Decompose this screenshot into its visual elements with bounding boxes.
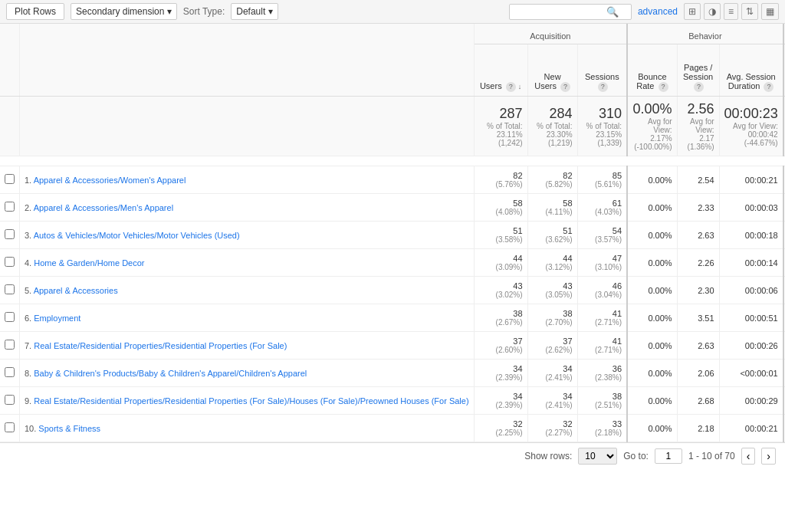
row-pages-session: 2.33 — [677, 194, 719, 222]
row-new-users: 44(3.12%) — [527, 249, 577, 277]
col-users: Users ? ↓ — [474, 44, 527, 97]
row-checkbox-cell — [0, 194, 20, 222]
row-segment-link[interactable]: Home & Garden/Home Decor — [34, 258, 144, 268]
row-checkbox[interactable] — [5, 367, 15, 377]
row-num: 9. Real Estate/Residential Properties/Re… — [20, 387, 475, 415]
row-avg-session: 00:00:06 — [719, 277, 783, 304]
header-segment-empty — [20, 24, 475, 97]
row-users: 32(2.25%) — [474, 415, 527, 442]
row-checkbox[interactable] — [5, 174, 15, 184]
row-checkbox-cell — [0, 387, 20, 415]
advanced-link[interactable]: advanced — [638, 6, 678, 17]
row-bounce-rate: 0.00% — [627, 387, 677, 415]
row-bounce-rate: 0.00% — [627, 415, 677, 442]
row-bounce-rate: 0.00% — [627, 360, 677, 387]
row-checkbox[interactable] — [5, 257, 15, 267]
row-new-users: 82(5.82%) — [527, 166, 577, 194]
row-new-users: 37(2.62%) — [527, 332, 577, 360]
row-segment-link[interactable]: Baby & Children's Products/Baby & Childr… — [34, 369, 307, 378]
pages-info-icon[interactable]: ? — [694, 82, 704, 92]
sort-view-button[interactable]: ⇅ — [741, 3, 758, 20]
row-users: 44(3.09%) — [474, 249, 527, 277]
sort-default-dropdown[interactable]: Default ▾ — [231, 3, 278, 20]
row-checkbox[interactable] — [5, 202, 15, 212]
row-checkbox-cell — [0, 222, 20, 249]
users-sort-icon[interactable]: ↓ — [518, 83, 522, 90]
row-checkbox-cell — [0, 304, 20, 332]
secondary-dimension-dropdown[interactable]: Secondary dimension ▾ — [71, 3, 177, 20]
go-to-input[interactable] — [655, 448, 682, 464]
row-checkbox[interactable] — [5, 395, 15, 405]
search-icon[interactable]: 🔍 — [606, 6, 619, 18]
col-sessions: Sessions ? — [577, 44, 627, 97]
row-checkbox-cell — [0, 332, 20, 360]
row-checkbox[interactable] — [5, 284, 15, 294]
row-segment-link[interactable]: Apparel & Accessories — [34, 286, 118, 295]
row-sessions: 47(3.10%) — [577, 249, 627, 277]
row-avg-session: 00:00:21 — [719, 166, 783, 194]
row-checkbox[interactable] — [5, 340, 15, 350]
row-users: 37(2.60%) — [474, 332, 527, 360]
row-checkbox[interactable] — [5, 422, 15, 432]
row-num: 6. Employment — [20, 304, 475, 332]
search-input[interactable] — [514, 6, 606, 17]
row-pages-session: 2.63 — [677, 222, 719, 249]
plot-rows-button[interactable]: Plot Rows — [6, 3, 64, 20]
row-pages-session: 2.30 — [677, 277, 719, 304]
row-users: 34(2.39%) — [474, 387, 527, 415]
row-num: 3. Autos & Vehicles/Motor Vehicles/Motor… — [20, 222, 475, 249]
grid-view-button[interactable]: ⊞ — [684, 3, 701, 20]
totals-bounce-rate: 0.00% Avg for View: 2.17% (-100.00%) — [627, 97, 677, 156]
table-row: 3. Autos & Vehicles/Motor Vehicles/Motor… — [0, 222, 785, 249]
row-sessions: 46(3.04%) — [577, 277, 627, 304]
row-segment-link[interactable]: Real Estate/Residential Properties/Resid… — [34, 341, 287, 350]
next-page-button[interactable]: › — [761, 448, 776, 465]
row-users: 34(2.39%) — [474, 360, 527, 387]
row-segment-link[interactable]: Autos & Vehicles/Motor Vehicles/Motor Ve… — [34, 231, 240, 240]
col-pages-session: Pages / Session ? — [677, 44, 719, 97]
row-new-users: 32(2.27%) — [527, 415, 577, 442]
row-num: 4. Home & Garden/Home Decor — [20, 249, 475, 277]
separator-row — [0, 156, 785, 166]
range-text: 1 - 10 of 70 — [688, 451, 735, 461]
row-avg-session: 00:00:51 — [719, 304, 783, 332]
row-num: 10. Sports & Fitness — [20, 415, 475, 442]
row-sessions: 61(4.03%) — [577, 194, 627, 222]
row-avg-session: 00:00:14 — [719, 249, 783, 277]
users-info-icon[interactable]: ? — [506, 82, 516, 92]
col-new-users: New Users ? — [527, 44, 577, 97]
sessions-info-icon[interactable]: ? — [598, 82, 608, 92]
row-segment-link[interactable]: Apparel & Accessories/Men's Apparel — [34, 203, 173, 212]
go-to-label: Go to: — [623, 451, 649, 461]
table-row: 7. Real Estate/Residential Properties/Re… — [0, 332, 785, 360]
row-segment-link[interactable]: Sports & Fitness — [38, 424, 100, 433]
row-checkbox[interactable] — [5, 229, 15, 239]
bounce-info-icon[interactable]: ? — [659, 82, 668, 92]
row-bounce-rate: 0.00% — [627, 166, 677, 194]
lines-view-button[interactable]: ≡ — [724, 3, 738, 20]
row-num: 2. Apparel & Accessories/Men's Apparel — [20, 194, 475, 222]
show-rows-select[interactable]: 102550100500 — [578, 448, 617, 465]
table-row: 4. Home & Garden/Home Decor 44(3.09%) 44… — [0, 249, 785, 277]
pie-view-button[interactable]: ◑ — [704, 3, 721, 20]
prev-page-button[interactable]: ‹ — [741, 448, 756, 465]
row-checkbox[interactable] — [5, 312, 15, 322]
bars-view-button[interactable]: ▦ — [761, 3, 779, 20]
table-row: 8. Baby & Children's Products/Baby & Chi… — [0, 360, 785, 387]
data-table: Acquisition Behavior Conversions Goal 1:… — [0, 24, 785, 442]
row-segment-link[interactable]: Employment — [34, 314, 80, 323]
row-num: 5. Apparel & Accessories — [20, 277, 475, 304]
row-segment-link[interactable]: Apparel & Accessories/Women's Apparel — [34, 176, 186, 185]
group-acquisition: Acquisition — [474, 24, 627, 44]
row-checkbox-cell — [0, 360, 20, 387]
row-avg-session: 00:00:18 — [719, 222, 783, 249]
avgsession-info-icon[interactable]: ? — [764, 82, 774, 92]
row-sessions: 41(2.71%) — [577, 304, 627, 332]
row-segment-link[interactable]: Real Estate/Residential Properties/Resid… — [34, 396, 468, 406]
row-bounce-rate: 0.00% — [627, 222, 677, 249]
row-new-users: 38(2.70%) — [527, 304, 577, 332]
col-bounce-rate: Bounce Rate ? — [627, 44, 677, 97]
new-users-info-icon[interactable]: ? — [560, 82, 570, 92]
row-users: 58(4.08%) — [474, 194, 527, 222]
row-avg-session: 00:00:21 — [719, 415, 783, 442]
